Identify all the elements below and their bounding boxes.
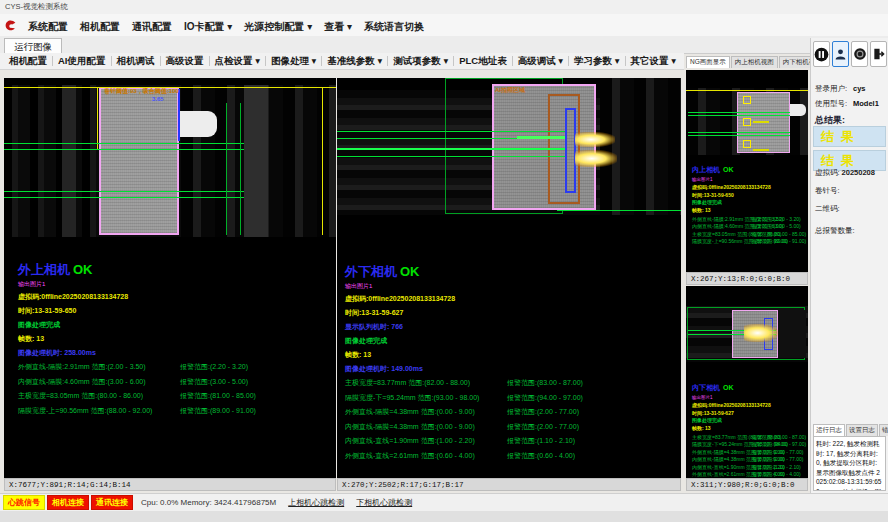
sidebar-field: 总报警数量:: [815, 226, 886, 236]
camera-info-line: 显示队列机时: 766: [345, 322, 675, 332]
menu-item[interactable]: 系统配置: [22, 21, 74, 32]
window-title: CYS-视觉检测系统: [5, 2, 68, 11]
measurement-value: 隔膜宽度-上=90.56mm 范围:(88.00 - 92.00): [18, 406, 180, 416]
measure-line-green: [337, 131, 565, 132]
heartbeat-check-label: 上相机心跳检测: [288, 497, 344, 508]
toolbar-item[interactable]: 测试项参数 ▾: [388, 55, 453, 68]
camera-info-line: 虚拟码:0ffline20250208133134728: [18, 292, 330, 302]
small-top-camera-image[interactable]: [686, 88, 808, 155]
camera-info-line: 图像处理完成: [18, 320, 330, 330]
left-camera-image[interactable]: 卷针阈值:93，吸合阈值:100 3.65: [4, 85, 336, 237]
exit-button[interactable]: [870, 41, 887, 67]
login-user-label: 登录用户:: [815, 84, 853, 94]
lens-button[interactable]: [851, 41, 868, 67]
result-boxes: 结果结果: [813, 126, 886, 174]
toolbar-item[interactable]: PLC地址表: [454, 55, 512, 68]
view-tab[interactable]: 内上相机视图: [731, 56, 778, 68]
guide-line-yellow: [322, 87, 323, 235]
menu-item[interactable]: 通讯配置: [126, 21, 178, 32]
log-tab[interactable]: 运行日志: [813, 424, 845, 436]
toolbar-item[interactable]: 其它设置 ▾: [626, 55, 681, 68]
camera-info-line: 虚拟码:0ffline20250208133134728: [345, 294, 675, 304]
camera-result-ok: OK: [400, 264, 420, 279]
left-camera-statusbar: X:7677;Y:891;R:14;G:14;B:14: [4, 478, 336, 491]
measurement-row: 外侧直线-隔膜=4.38mm 范围:(0.00 - 9.00)报警范围:(2.0…: [345, 407, 675, 417]
pause-button[interactable]: [813, 41, 830, 67]
measurement-alarm-range: 报警范围:(2.00 - 77.00): [752, 449, 803, 455]
measurement-value: 外侧直线-隔膜:2.91mm 范围:(2.00 - 3.50): [692, 216, 752, 222]
toolbar-item[interactable]: 点检设置 ▾: [210, 55, 265, 68]
view-tab[interactable]: NG画面显示: [686, 56, 730, 68]
status-badge: 心跳信号: [3, 495, 45, 510]
app-window: CYS-视觉检测系统 系统配置相机配置通讯配置IO卡配置 ▾光源控制配置 ▾查看…: [0, 0, 888, 522]
ai-roi-label: AI拍照区域: [495, 86, 525, 95]
measure-line-blue: [178, 89, 180, 141]
measurement-alarm-range: 报警范围:(2.00 - 77.00): [752, 456, 803, 462]
camera-result-ok: OK: [723, 384, 734, 391]
toolbar-item[interactable]: AI使用配置: [53, 55, 111, 68]
toolbar-item[interactable]: 相机配置: [4, 55, 52, 68]
camera-info-line: 时间:13-31-59-627: [345, 308, 675, 318]
measurement-alarm-range: 报警范围:(3.00 - 5.00): [752, 223, 801, 229]
app-logo-icon: [4, 19, 17, 32]
camera-subtitle: 输出图片1: [692, 177, 806, 182]
menu-item[interactable]: 系统语言切换: [358, 21, 430, 32]
measurement-alarm-range: 报警范围:(1.10 - 2.10): [752, 464, 801, 470]
log-tab[interactable]: 错误日志: [879, 424, 888, 436]
menu-item[interactable]: IO卡配置 ▾: [178, 21, 238, 32]
menu-item[interactable]: 光源控制配置 ▾: [238, 21, 318, 32]
measurement-value: 内侧直线-直线=1.90mm 范围:(1.00 - 2.20): [345, 436, 507, 446]
toolbar-item[interactable]: 学习参数 ▾: [569, 55, 624, 68]
measurement-row: 外侧直线-隔膜=4.38mm 范围:(0.00 - 9.00)报警范围:(2.0…: [692, 449, 806, 455]
toolbar-item[interactable]: 相机调试: [112, 55, 160, 68]
menu-item[interactable]: 查看 ▾: [318, 21, 358, 32]
camera-info-line: 图像处理完成: [692, 199, 806, 205]
camera-result-title: 内下相机OK: [692, 376, 806, 394]
camera-panel-small-bottom: 内下相机OK输出图片1虚拟码:0ffline20250208133134728时…: [686, 286, 808, 478]
threshold-label: 卷针阈值:93，吸合阈值:100: [104, 87, 179, 96]
pause-icon: [814, 47, 829, 62]
camera-panel-small-top: 内上相机OK输出图片1虚拟码:0ffline20250208133134728时…: [686, 70, 808, 272]
model-row: 使用型号: Model1: [815, 99, 886, 109]
field-label: 总报警数量:: [815, 226, 855, 236]
toolbar-item[interactable]: 高级设置: [161, 55, 209, 68]
camera-info-line: 帧数: 13: [18, 334, 330, 344]
exit-icon: [872, 47, 886, 61]
measurement-list: 主极宽度=83.77mm 范围:(82.00 - 88.00)报警范围:(83.…: [345, 378, 675, 461]
camera-result-title: 外下相机OK: [345, 262, 675, 281]
small-bottom-camera-statusbar: X:311;Y:980;R:0;G:0;B:0: [686, 478, 808, 491]
sidebar-field: 二维码:: [815, 204, 886, 214]
field-label: 虚拟码:: [815, 168, 840, 178]
measurement-value: 主极宽度=83.77mm 范围:(82.00 - 88.00): [345, 378, 507, 388]
measurement-value: 外侧直线-直线=2.61mm 范围:(0.60 - 4.00): [345, 451, 507, 461]
toolbar: 相机配置AI使用配置相机调试高级设置点检设置 ▾图像处理 ▾基准线参数 ▾测试项…: [0, 53, 684, 70]
small-bottom-camera-image[interactable]: [686, 306, 808, 362]
measure-line-green: [226, 103, 227, 235]
toolbar-item[interactable]: 图像处理 ▾: [266, 55, 321, 68]
measurement-row: 内侧直线-隔膜:4.60mm 范围:(3.00 - 6.00)报警范围:(3.0…: [18, 377, 330, 387]
user-icon: [834, 47, 847, 61]
measurement-row: 主极宽度=83.77mm 范围:(82.00 - 88.00)报警范围:(83.…: [345, 378, 675, 388]
measurement-row: 内侧直线-直线=1.90mm 范围:(1.00 - 2.20)报警范围:(1.1…: [345, 436, 675, 446]
toolbar-item[interactable]: 基准线参数 ▾: [322, 55, 387, 68]
measurement-alarm-range: 报警范围:(0.60 - 4.00): [507, 451, 575, 461]
center-camera-image[interactable]: AI拍照区域: [337, 78, 681, 215]
measurement-value: 内侧直线-隔膜:4.60mm 范围:(3.00 - 6.00): [18, 377, 180, 387]
menu-item[interactable]: 相机配置: [74, 21, 126, 32]
measurement-value: 内侧直线-隔膜=4.38mm 范围:(0.00 - 9.00): [692, 456, 752, 462]
user-button[interactable]: [832, 41, 849, 67]
model-value[interactable]: Model1: [853, 99, 879, 109]
small-bottom-camera-overlay: 内下相机OK输出图片1虚拟码:0ffline20250208133134728时…: [692, 376, 806, 479]
measurement-row: 内侧直线-直线=1.90mm 范围:(1.00 - 2.20)报警范围:(1.1…: [692, 464, 806, 470]
measurement-row: 主极宽度=83.05mm 范围:(80.00 - 86.00)报警范围:(81.…: [692, 231, 806, 237]
annotation-mark-yellow: [753, 121, 769, 123]
measurement-row: 主极宽度=83.05mm 范围:(80.00 - 86.00)报警范围:(81.…: [18, 391, 330, 401]
toolbar-item[interactable]: 高级调试 ▾: [513, 55, 568, 68]
image-region: [4, 85, 99, 237]
camera-info-line: 图像处理机时: 258.00ms: [18, 348, 330, 358]
measurement-row: 外侧直线-直线=2.61mm 范围:(0.60 - 4.00)报警范围:(0.6…: [345, 451, 675, 461]
measurement-value: 主极宽度=83.77mm 范围:(82.00 - 88.00): [692, 434, 752, 440]
measurement-value: 内侧直线-直线=1.90mm 范围:(1.00 - 2.20): [692, 464, 752, 470]
measure-line-green: [337, 148, 565, 150]
log-tab[interactable]: 设置日志: [846, 424, 878, 436]
